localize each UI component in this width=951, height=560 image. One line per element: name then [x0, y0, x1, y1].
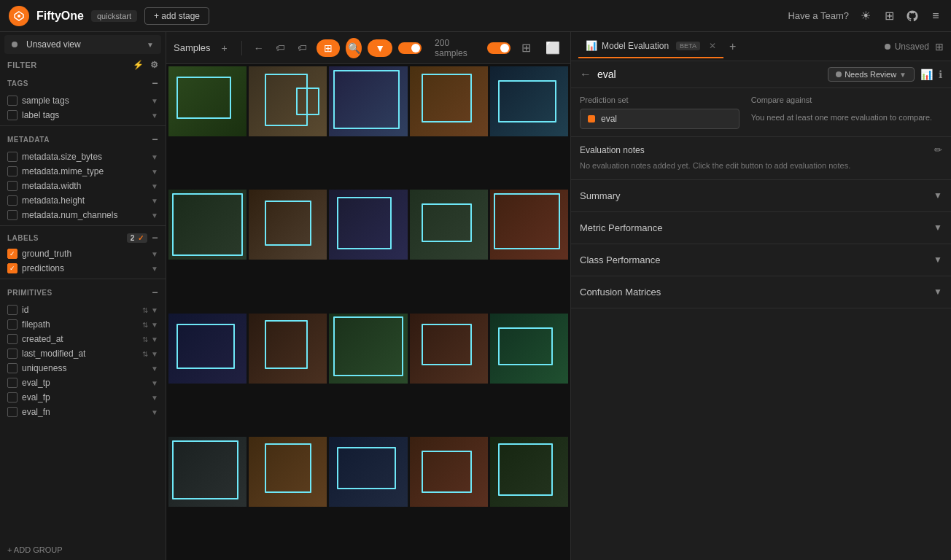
width-checkbox[interactable]: [7, 181, 18, 191]
eval-fp-checkbox[interactable]: [7, 392, 18, 402]
samples-tab-label[interactable]: Samples: [174, 42, 211, 53]
created-at-checkbox[interactable]: [7, 334, 18, 344]
filter-button[interactable]: ▼: [368, 39, 392, 57]
sample-tags-checkbox[interactable]: [7, 96, 18, 106]
sidebar-item-sample-tags[interactable]: sample tags ▼: [0, 93, 166, 108]
metadata-minus-icon[interactable]: −: [152, 133, 158, 145]
grid-cell-1[interactable]: [168, 66, 247, 136]
grid-cell-2[interactable]: [249, 66, 327, 136]
sidebar-item-mime-type[interactable]: metadata.mime_type ▼: [0, 164, 166, 179]
summary-header[interactable]: Summary ▼: [571, 180, 951, 211]
add-tab-button[interactable]: +: [217, 38, 233, 58]
tag-button[interactable]: 🏷: [273, 38, 289, 58]
size-bytes-checkbox[interactable]: [7, 152, 18, 162]
fullscreen-button[interactable]: ⬜: [543, 38, 563, 58]
grid-cell-12[interactable]: [249, 314, 327, 384]
layout-button[interactable]: ⊞: [516, 38, 537, 58]
tags-minus-icon[interactable]: −: [152, 77, 158, 89]
sort-icon: ⇅: [142, 350, 148, 358]
grid-cell-17[interactable]: [249, 437, 327, 507]
grid-cell-5[interactable]: [490, 66, 568, 136]
filepath-checkbox[interactable]: [7, 319, 18, 330]
grid-cell-11[interactable]: [168, 314, 247, 384]
model-evaluation-tab[interactable]: 📊 Model Evaluation BETA ✕: [578, 34, 723, 58]
sidebar-item-last-modified-at[interactable]: last_modified_at ⇅ ▼: [0, 346, 166, 361]
grid-cell-3[interactable]: [329, 66, 407, 136]
toggle-knob: [500, 44, 509, 52]
panel-grid-icon[interactable]: ⊞: [935, 41, 944, 52]
settings-icon[interactable]: ⚙: [150, 60, 159, 70]
github-icon[interactable]: [906, 9, 919, 23]
grid-cell-16[interactable]: [168, 437, 247, 507]
grid-cell-14[interactable]: [410, 314, 488, 384]
sidebar-item-eval-fp[interactable]: eval_fp ▼: [0, 390, 166, 405]
toggle-switch[interactable]: [398, 42, 422, 54]
search-button[interactable]: 🔍: [346, 38, 362, 58]
sidebar-item-id[interactable]: id ⇅ ▼: [0, 303, 166, 317]
sidebar-item-num-channels[interactable]: metadata.num_channels ▼: [0, 208, 166, 222]
grid-cell-18[interactable]: [329, 437, 407, 507]
edit-icon[interactable]: ✏: [934, 144, 942, 155]
eval-back-button[interactable]: ←: [580, 68, 591, 81]
back-nav-button[interactable]: ←: [251, 38, 267, 58]
sun-icon[interactable]: ☀: [859, 9, 872, 23]
predictions-checkbox[interactable]: [7, 263, 18, 273]
height-checkbox[interactable]: [7, 195, 18, 206]
grid-cell-10[interactable]: [490, 190, 568, 260]
metric-performance-header[interactable]: Metric Performance ▼: [571, 212, 951, 244]
close-tab-icon[interactable]: ✕: [709, 41, 716, 51]
ground-truth-checkbox[interactable]: [7, 249, 18, 259]
height-label: metadata.height: [22, 195, 85, 206]
grid-cell-9[interactable]: [410, 190, 488, 260]
sidebar-item-filepath[interactable]: filepath ⇅ ▼: [0, 317, 166, 332]
image-grid: [166, 64, 570, 560]
needs-review-badge[interactable]: Needs Review ▼: [828, 67, 915, 82]
second-toggle[interactable]: [487, 42, 511, 54]
saved-view-bar[interactable]: Unsaved view ▼: [4, 35, 161, 54]
bars-icon[interactable]: ≡: [929, 9, 942, 23]
grid-cell-20[interactable]: [490, 437, 568, 507]
id-checkbox[interactable]: [7, 305, 18, 315]
grid-cell-4[interactable]: [410, 66, 488, 136]
sidebar-item-size-bytes[interactable]: metadata.size_bytes ▼: [0, 149, 166, 164]
add-stage-button[interactable]: + add stage: [144, 7, 209, 25]
bar-chart-icon[interactable]: 📊: [920, 69, 933, 80]
grid-cell-19[interactable]: [410, 437, 488, 507]
sidebar-item-height[interactable]: metadata.height ▼: [0, 193, 166, 208]
info-icon[interactable]: ℹ: [939, 69, 942, 80]
eval-tp-checkbox[interactable]: [7, 378, 18, 388]
grid-cell-8[interactable]: [329, 190, 407, 260]
label-tags-checkbox[interactable]: [7, 110, 18, 120]
sidebar-item-label-tags[interactable]: label tags ▼: [0, 108, 166, 122]
lightning-icon[interactable]: ⚡: [133, 60, 144, 70]
label-button[interactable]: 🏷: [295, 38, 311, 58]
eval-fn-checkbox[interactable]: [7, 407, 18, 417]
grid-cell-7[interactable]: [249, 190, 327, 260]
chevron-icon: ▼: [151, 321, 158, 329]
grid-cell-6[interactable]: [168, 190, 247, 260]
sidebar-item-created-at[interactable]: created_at ⇅ ▼: [0, 332, 166, 346]
sidebar-item-eval-tp[interactable]: eval_tp ▼: [0, 376, 166, 390]
sidebar-item-width[interactable]: metadata.width ▼: [0, 179, 166, 193]
grid-cell-15[interactable]: [490, 314, 568, 384]
sidebar-item-eval-fn[interactable]: eval_fn ▼: [0, 405, 166, 419]
uniqueness-checkbox[interactable]: [7, 363, 18, 373]
grid-view-button[interactable]: ⊞: [317, 39, 340, 57]
tags-section-header: TAGS −: [0, 73, 166, 93]
confusion-matrices-header[interactable]: Confusion Matrices ▼: [571, 276, 951, 308]
grid-icon[interactable]: ⊞: [882, 9, 896, 23]
add-panel-tab-button[interactable]: +: [729, 40, 736, 53]
sidebar-item-uniqueness[interactable]: uniqueness ▼: [0, 361, 166, 376]
labels-minus-icon[interactable]: −: [152, 232, 158, 244]
sidebar-item-ground-truth[interactable]: ground_truth ▼: [0, 246, 166, 261]
grid-cell-13[interactable]: [329, 314, 407, 384]
add-group-button[interactable]: + ADD GROUP: [0, 540, 166, 560]
class-performance-header[interactable]: Class Performance ▼: [571, 244, 951, 276]
num-channels-checkbox[interactable]: [7, 210, 18, 220]
primitives-label: PRIMITIVES: [7, 289, 53, 297]
sidebar-item-predictions[interactable]: predictions ▼: [0, 261, 166, 276]
mime-type-checkbox[interactable]: [7, 166, 18, 176]
primitives-minus-icon[interactable]: −: [152, 287, 158, 298]
unsaved-dot: [885, 44, 890, 50]
last-modified-at-checkbox[interactable]: [7, 349, 18, 359]
